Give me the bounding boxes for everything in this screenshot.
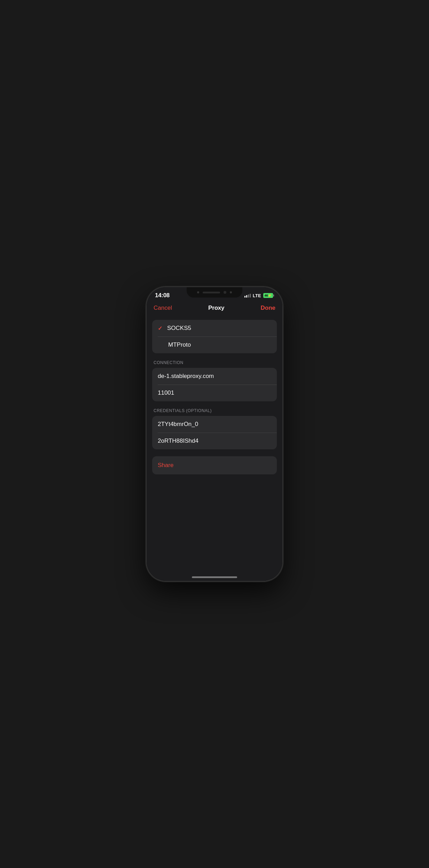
cancel-button[interactable]: Cancel (154, 305, 172, 311)
lte-label: LTE (253, 293, 261, 298)
content-area: ✓ SOCKS5 MTProto CONNECTION (147, 317, 282, 484)
share-button[interactable]: Share (152, 456, 277, 474)
proxy-type-card: ✓ SOCKS5 MTProto (152, 320, 277, 353)
connection-section: CONNECTION (152, 360, 277, 401)
credentials-section: CREDENTIALS (OPTIONAL) (152, 408, 277, 449)
status-time: 14:08 (155, 292, 170, 299)
signal-bars-icon (244, 294, 251, 298)
signal-bar-2 (246, 295, 247, 298)
connection-card (152, 368, 277, 401)
home-indicator (192, 576, 237, 578)
status-right-icons: LTE 46⚡ (244, 293, 274, 298)
notch-dot-right (230, 291, 232, 293)
connection-section-label: CONNECTION (152, 360, 277, 368)
notch-camera (224, 291, 226, 294)
username-input[interactable] (158, 421, 271, 428)
phone-device: 14:08 LTE 46⚡ Cancel Prox (147, 287, 282, 581)
password-row[interactable] (152, 433, 277, 449)
proxy-type-mtproto[interactable]: MTProto (152, 337, 277, 353)
battery-level: 46⚡ (264, 294, 272, 297)
username-row[interactable] (152, 416, 277, 433)
server-row[interactable] (152, 368, 277, 385)
server-input[interactable] (158, 373, 271, 380)
proxy-type-socks5[interactable]: ✓ SOCKS5 (152, 320, 277, 337)
phone-screen: 14:08 LTE 46⚡ Cancel Prox (147, 287, 282, 581)
notch-speaker (203, 292, 220, 293)
signal-bar-4 (250, 294, 251, 298)
credentials-section-label: CREDENTIALS (OPTIONAL) (152, 408, 277, 416)
password-input[interactable] (158, 437, 271, 444)
battery-body: 46⚡ (263, 293, 273, 298)
notch-dot-left (197, 291, 199, 293)
signal-bar-3 (248, 294, 249, 298)
port-input[interactable] (158, 389, 271, 396)
socks5-label: SOCKS5 (167, 325, 271, 332)
page-title: Proxy (208, 305, 224, 311)
battery-icon: 46⚡ (263, 293, 274, 298)
credentials-card (152, 416, 277, 449)
done-button[interactable]: Done (260, 305, 275, 311)
port-row[interactable] (152, 385, 277, 401)
socks5-checkmark-icon: ✓ (158, 325, 162, 332)
notch (187, 287, 242, 298)
nav-bar: Cancel Proxy Done (147, 302, 282, 317)
signal-bar-1 (244, 296, 245, 298)
share-label: Share (158, 462, 173, 468)
mtproto-label: MTProto (168, 341, 271, 348)
battery-tip (273, 294, 274, 297)
